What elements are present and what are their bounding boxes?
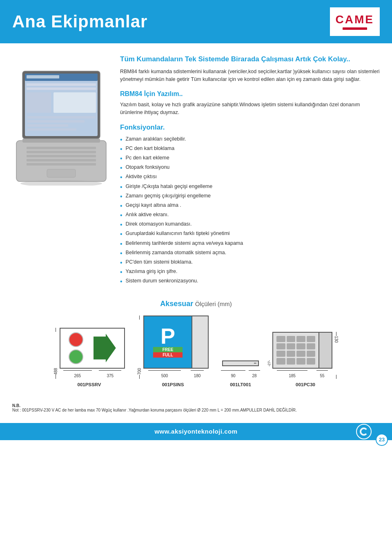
accessories-title-sub: Ölçüleri (mm) xyxy=(195,300,232,307)
svg-rect-18 xyxy=(27,163,96,166)
svg-rect-15 xyxy=(27,151,96,153)
text-column: Tüm Kumandaların Tek Sistemde Birarada Ç… xyxy=(120,55,380,287)
pc30-code: 001PC30 xyxy=(296,382,315,387)
page-title: Ana Ekipmanlar xyxy=(12,12,147,31)
pc30-diagram: 185 55 xyxy=(272,332,332,379)
psins-height-dim: 700 xyxy=(137,320,142,375)
list-item: Girişte /Çıkışta hatalı geçişi engelleme xyxy=(120,183,380,191)
pssrv-w2: 375 xyxy=(107,374,114,378)
came-logo: CAME xyxy=(330,7,380,36)
laptop-image-col xyxy=(12,55,110,287)
pssrv-code: 001PSSRV xyxy=(78,382,101,387)
svg-rect-19 xyxy=(47,169,76,177)
psins-w2: 180 xyxy=(194,374,201,378)
list-item: Belirlenmiş zamanda otomatik sistemi açm… xyxy=(120,249,380,257)
page-header: Ana Ekipmanlar CAME xyxy=(0,0,392,43)
acc-item-pc30: 185 55 130 001PC30 xyxy=(272,332,339,387)
section3-title: Fonksiyonlar. xyxy=(120,123,380,132)
laptop-image xyxy=(14,59,108,186)
svg-rect-5 xyxy=(27,75,59,78)
psins-diagram: P FREE FULL 500 xyxy=(143,316,209,379)
accessories-items: 488 xyxy=(12,316,380,387)
pssrv-diagram: 265 375 xyxy=(60,328,125,379)
list-item: Guruplardaki kullanıcının farklı tipteki… xyxy=(120,230,380,238)
page-number: 23 xyxy=(376,434,388,446)
psins-code: 001PSINS xyxy=(162,382,184,387)
svg-rect-7 xyxy=(27,87,96,90)
lt001-h: 27 xyxy=(267,361,271,365)
svg-rect-11 xyxy=(27,120,85,123)
pssrv-height-dim: 488 xyxy=(53,332,58,375)
came-logo-bar xyxy=(343,27,367,30)
acc-item-pssrv: 488 xyxy=(53,328,125,387)
svg-rect-17 xyxy=(27,159,96,161)
accessories-title: Aksesuar Ölçüleri (mm) xyxy=(12,300,380,308)
svg-rect-16 xyxy=(27,155,96,157)
list-item: Otopark fonksiyonu xyxy=(120,164,380,172)
bullet-list: Zaman aralıkları seçilebilir. PC den kar… xyxy=(120,136,380,286)
footer-logo-circle xyxy=(356,424,372,439)
svg-rect-1 xyxy=(22,139,100,143)
list-item: Aktivite çıktısı xyxy=(120,173,380,181)
lt001-code: 001LT001 xyxy=(230,382,251,387)
pssrv-w1: 265 xyxy=(74,374,81,378)
footer-note-text: Not : 001PSSRV-230 V AC de her lamba max… xyxy=(12,408,297,412)
acc-item-lt001: •• 27 90 xyxy=(221,360,260,387)
accessories-title-main: Aksesuar xyxy=(160,300,193,308)
svg-rect-6 xyxy=(27,83,96,86)
section1-title: Tüm Kumandaların Tek Sistemde Birarada Ç… xyxy=(120,55,380,64)
psins-w1: 500 xyxy=(161,374,168,378)
section2-title: RBM84 İçin Yazılım.. xyxy=(120,90,380,98)
footer-bar: www.aksiyonteknoloji.com 23 xyxy=(0,423,392,440)
lt001-w2: 28 xyxy=(252,374,256,378)
list-item: Pc den kart ekleme xyxy=(120,154,380,162)
pc30-height-dim: 130 xyxy=(334,336,339,375)
pc30-w1: 185 xyxy=(289,374,296,378)
footer-url: www.aksiyonteknoloji.com xyxy=(154,428,237,435)
main-content: Tüm Kumandaların Tek Sistemde Birarada Ç… xyxy=(0,43,392,295)
svg-rect-14 xyxy=(27,147,96,149)
svg-rect-10 xyxy=(27,116,95,119)
list-item: Belirlenmiş tarihlerde sistemi açma ve/v… xyxy=(120,240,380,248)
list-item: Zaman aralıkları seçilebilir. xyxy=(120,136,380,143)
came-logo-text: CAME xyxy=(336,14,374,25)
footer-note: N.B. Not : 001PSSRV-230 V AC de her lamb… xyxy=(0,395,392,416)
list-item: Sistem durum senkronizasyonu. xyxy=(120,278,380,285)
list-item: Geçişi kayıt altına alma . xyxy=(120,202,380,210)
list-item: PC den kart bloklama xyxy=(120,145,380,153)
footer-logo xyxy=(356,424,372,439)
svg-rect-13 xyxy=(27,128,76,131)
pc30-w2: 55 xyxy=(320,374,324,378)
list-item: PC'den tüm sistemi bloklama. xyxy=(120,259,380,266)
list-item: Zamanı geçmiş çıkışı/girişi engelleme xyxy=(120,192,380,200)
svg-rect-8 xyxy=(27,92,51,113)
accessories-section: Aksesuar Ölçüleri (mm) 488 xyxy=(0,295,392,395)
svg-rect-12 xyxy=(27,124,68,127)
list-item: Anlık aktive ekranı. xyxy=(120,211,380,219)
footer-note-label: N.B. xyxy=(12,403,20,408)
lt001-w1: 90 xyxy=(231,374,235,378)
svg-rect-9 xyxy=(53,92,96,113)
section1-body: RBM84 farklı kumanda sdistemlerini kulla… xyxy=(120,68,380,84)
section2-body: Yazılım basit, kolay ve hızlı grafik ara… xyxy=(120,101,380,117)
list-item: Direk otomasyon kumandası. xyxy=(120,221,380,228)
acc-item-psins: 700 P FREE FULL xyxy=(137,316,209,387)
list-item: Yazılıma giriş için şifre. xyxy=(120,268,380,276)
